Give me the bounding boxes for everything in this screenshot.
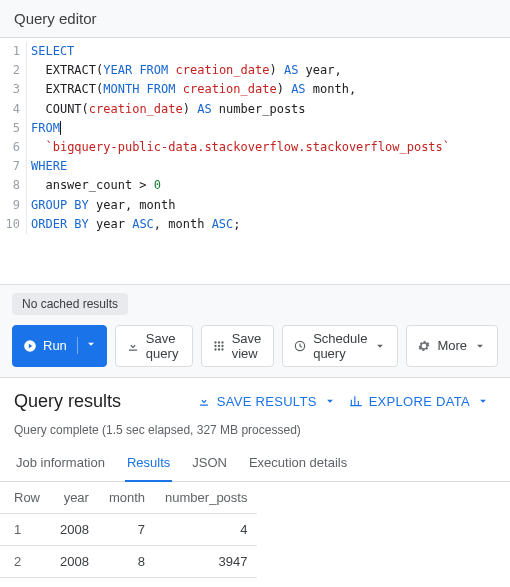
download-icon [126,339,140,353]
tab-execution-details[interactable]: Execution details [247,445,349,481]
column-header[interactable]: number_posts [155,482,257,514]
explore-data-label: EXPLORE DATA [369,394,470,409]
editor-code[interactable]: SELECT EXTRACT(YEAR FROM creation_date) … [26,42,510,234]
save-view-button[interactable]: Save view [201,325,275,367]
tab-results[interactable]: Results [125,445,172,482]
results-table: Rowyearmonthnumber_posts 120087422008839… [0,482,257,587]
line-number: 2 [0,61,20,80]
code-line[interactable]: answer_count > 0 [31,176,510,195]
editor-gutter: 12345678910 [0,42,26,234]
table-row[interactable]: 32008914585 [0,577,257,587]
grid-icon [212,339,226,353]
more-button[interactable]: More [406,325,498,367]
line-number: 4 [0,100,20,119]
run-button[interactable]: Run [12,325,107,367]
tab-json[interactable]: JSON [190,445,229,481]
tab-job-information[interactable]: Job information [14,445,107,481]
run-dropdown[interactable] [77,337,98,354]
results-tabs: Job information Results JSON Execution d… [0,445,510,482]
svg-point-2 [217,341,219,343]
column-header[interactable]: Row [0,482,50,514]
table-row[interactable]: 1200874 [0,513,257,545]
code-line[interactable]: COUNT(creation_date) AS number_posts [31,100,510,119]
line-number: 6 [0,138,20,157]
cache-status-chip: No cached results [12,293,128,315]
code-line[interactable]: `bigquery-public-data.stackoverflow.stac… [31,138,510,157]
table-cell: 4 [155,513,257,545]
line-number: 8 [0,176,20,195]
svg-point-8 [217,348,219,350]
clock-icon [293,339,307,353]
caret-down-icon [473,339,487,353]
line-number: 10 [0,215,20,234]
status-row: No cached results [0,285,510,319]
download-icon [197,394,211,408]
sql-editor[interactable]: 12345678910 SELECT EXTRACT(YEAR FROM cre… [0,38,510,285]
results-meta: Query complete (1.5 sec elapsed, 327 MB … [0,419,510,445]
run-label: Run [43,338,67,353]
table-cell: 1 [0,513,50,545]
page-title: Query editor [0,0,510,38]
code-line[interactable]: SELECT [31,42,510,61]
code-line[interactable]: FROM [31,119,510,138]
results-title: Query results [14,391,121,412]
gear-icon [417,339,431,353]
svg-point-1 [214,341,216,343]
code-line[interactable]: WHERE [31,157,510,176]
chart-icon [349,394,363,408]
save-query-label: Save query [146,331,182,361]
results-header: Query results SAVE RESULTS EXPLORE DATA [0,378,510,419]
table-cell: 2008 [50,545,99,577]
table-cell: 9 [99,577,155,587]
code-line[interactable]: GROUP BY year, month [31,196,510,215]
table-cell: 2008 [50,513,99,545]
table-cell: 14585 [155,577,257,587]
svg-point-5 [217,345,219,347]
table-cell: 2 [0,545,50,577]
save-results-button[interactable]: SAVE RESULTS [191,390,343,413]
line-number: 5 [0,119,20,138]
caret-down-icon [373,339,387,353]
schedule-query-label: Schedule query [313,331,367,361]
code-line[interactable]: ORDER BY year ASC, month ASC; [31,215,510,234]
save-query-button[interactable]: Save query [115,325,193,367]
caret-down-icon [476,394,490,408]
table-row[interactable]: 2200883947 [0,545,257,577]
play-icon [23,339,37,353]
save-view-label: Save view [232,331,264,361]
table-cell: 3947 [155,545,257,577]
table-cell: 2008 [50,577,99,587]
more-label: More [437,338,467,353]
table-cell: 7 [99,513,155,545]
editor-toolbar: Run Save query Save view Schedule query … [0,319,510,378]
svg-point-7 [214,348,216,350]
explore-data-button[interactable]: EXPLORE DATA [343,390,496,413]
caret-down-icon [323,394,337,408]
svg-point-4 [214,345,216,347]
line-number: 7 [0,157,20,176]
save-results-label: SAVE RESULTS [217,394,317,409]
caret-down-icon [84,337,98,351]
schedule-query-button[interactable]: Schedule query [282,325,398,367]
code-line[interactable]: EXTRACT(YEAR FROM creation_date) AS year… [31,61,510,80]
svg-point-6 [221,345,223,347]
svg-point-3 [221,341,223,343]
table-cell: 8 [99,545,155,577]
line-number: 9 [0,196,20,215]
svg-point-9 [221,348,223,350]
table-cell: 3 [0,577,50,587]
column-header[interactable]: year [50,482,99,514]
code-line[interactable]: EXTRACT(MONTH FROM creation_date) AS mon… [31,80,510,99]
line-number: 3 [0,80,20,99]
column-header[interactable]: month [99,482,155,514]
line-number: 1 [0,42,20,61]
